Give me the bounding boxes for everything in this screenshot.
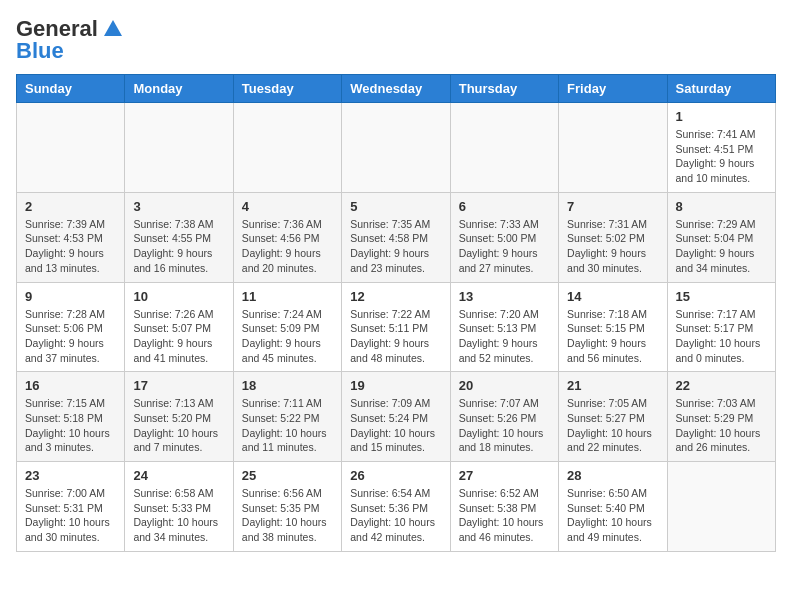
weekday-header-monday: Monday bbox=[125, 75, 233, 103]
day-number: 27 bbox=[459, 468, 550, 483]
week-row-1: 1Sunrise: 7:41 AMSunset: 4:51 PMDaylight… bbox=[17, 103, 776, 193]
day-number: 13 bbox=[459, 289, 550, 304]
day-info: Sunrise: 7:11 AMSunset: 5:22 PMDaylight:… bbox=[242, 396, 333, 455]
day-number: 23 bbox=[25, 468, 116, 483]
day-number: 6 bbox=[459, 199, 550, 214]
week-row-3: 9Sunrise: 7:28 AMSunset: 5:06 PMDaylight… bbox=[17, 282, 776, 372]
calendar-cell bbox=[667, 462, 775, 552]
calendar-cell: 18Sunrise: 7:11 AMSunset: 5:22 PMDayligh… bbox=[233, 372, 341, 462]
calendar-cell: 8Sunrise: 7:29 AMSunset: 5:04 PMDaylight… bbox=[667, 192, 775, 282]
day-info: Sunrise: 7:36 AMSunset: 4:56 PMDaylight:… bbox=[242, 217, 333, 276]
day-number: 8 bbox=[676, 199, 767, 214]
calendar-cell: 28Sunrise: 6:50 AMSunset: 5:40 PMDayligh… bbox=[559, 462, 667, 552]
day-number: 16 bbox=[25, 378, 116, 393]
day-info: Sunrise: 7:39 AMSunset: 4:53 PMDaylight:… bbox=[25, 217, 116, 276]
logo: General Blue bbox=[16, 16, 124, 64]
calendar-cell: 24Sunrise: 6:58 AMSunset: 5:33 PMDayligh… bbox=[125, 462, 233, 552]
day-info: Sunrise: 7:35 AMSunset: 4:58 PMDaylight:… bbox=[350, 217, 441, 276]
day-info: Sunrise: 7:20 AMSunset: 5:13 PMDaylight:… bbox=[459, 307, 550, 366]
calendar-cell bbox=[233, 103, 341, 193]
day-info: Sunrise: 7:29 AMSunset: 5:04 PMDaylight:… bbox=[676, 217, 767, 276]
day-number: 3 bbox=[133, 199, 224, 214]
calendar-cell: 25Sunrise: 6:56 AMSunset: 5:35 PMDayligh… bbox=[233, 462, 341, 552]
day-info: Sunrise: 7:00 AMSunset: 5:31 PMDaylight:… bbox=[25, 486, 116, 545]
day-number: 28 bbox=[567, 468, 658, 483]
day-info: Sunrise: 7:31 AMSunset: 5:02 PMDaylight:… bbox=[567, 217, 658, 276]
calendar-cell: 10Sunrise: 7:26 AMSunset: 5:07 PMDayligh… bbox=[125, 282, 233, 372]
day-number: 7 bbox=[567, 199, 658, 214]
day-info: Sunrise: 7:41 AMSunset: 4:51 PMDaylight:… bbox=[676, 127, 767, 186]
calendar-cell bbox=[125, 103, 233, 193]
calendar-cell: 14Sunrise: 7:18 AMSunset: 5:15 PMDayligh… bbox=[559, 282, 667, 372]
weekday-header-row: SundayMondayTuesdayWednesdayThursdayFrid… bbox=[17, 75, 776, 103]
day-info: Sunrise: 7:22 AMSunset: 5:11 PMDaylight:… bbox=[350, 307, 441, 366]
calendar-cell: 21Sunrise: 7:05 AMSunset: 5:27 PMDayligh… bbox=[559, 372, 667, 462]
day-number: 17 bbox=[133, 378, 224, 393]
calendar-cell: 19Sunrise: 7:09 AMSunset: 5:24 PMDayligh… bbox=[342, 372, 450, 462]
calendar-cell: 20Sunrise: 7:07 AMSunset: 5:26 PMDayligh… bbox=[450, 372, 558, 462]
day-info: Sunrise: 7:07 AMSunset: 5:26 PMDaylight:… bbox=[459, 396, 550, 455]
calendar-cell: 5Sunrise: 7:35 AMSunset: 4:58 PMDaylight… bbox=[342, 192, 450, 282]
calendar-cell bbox=[17, 103, 125, 193]
day-number: 20 bbox=[459, 378, 550, 393]
calendar-cell: 2Sunrise: 7:39 AMSunset: 4:53 PMDaylight… bbox=[17, 192, 125, 282]
week-row-5: 23Sunrise: 7:00 AMSunset: 5:31 PMDayligh… bbox=[17, 462, 776, 552]
day-info: Sunrise: 7:28 AMSunset: 5:06 PMDaylight:… bbox=[25, 307, 116, 366]
day-number: 26 bbox=[350, 468, 441, 483]
calendar-cell: 11Sunrise: 7:24 AMSunset: 5:09 PMDayligh… bbox=[233, 282, 341, 372]
logo-icon bbox=[102, 18, 124, 40]
day-info: Sunrise: 7:26 AMSunset: 5:07 PMDaylight:… bbox=[133, 307, 224, 366]
day-number: 9 bbox=[25, 289, 116, 304]
day-number: 2 bbox=[25, 199, 116, 214]
weekday-header-sunday: Sunday bbox=[17, 75, 125, 103]
day-number: 21 bbox=[567, 378, 658, 393]
day-info: Sunrise: 7:38 AMSunset: 4:55 PMDaylight:… bbox=[133, 217, 224, 276]
calendar-table: SundayMondayTuesdayWednesdayThursdayFrid… bbox=[16, 74, 776, 552]
day-info: Sunrise: 7:09 AMSunset: 5:24 PMDaylight:… bbox=[350, 396, 441, 455]
calendar-cell bbox=[559, 103, 667, 193]
day-info: Sunrise: 7:33 AMSunset: 5:00 PMDaylight:… bbox=[459, 217, 550, 276]
day-info: Sunrise: 7:05 AMSunset: 5:27 PMDaylight:… bbox=[567, 396, 658, 455]
day-number: 15 bbox=[676, 289, 767, 304]
svg-marker-0 bbox=[104, 20, 122, 36]
day-number: 12 bbox=[350, 289, 441, 304]
calendar-cell: 23Sunrise: 7:00 AMSunset: 5:31 PMDayligh… bbox=[17, 462, 125, 552]
calendar-cell: 15Sunrise: 7:17 AMSunset: 5:17 PMDayligh… bbox=[667, 282, 775, 372]
day-number: 18 bbox=[242, 378, 333, 393]
page-header: General Blue bbox=[16, 16, 776, 64]
day-info: Sunrise: 7:24 AMSunset: 5:09 PMDaylight:… bbox=[242, 307, 333, 366]
day-number: 24 bbox=[133, 468, 224, 483]
weekday-header-tuesday: Tuesday bbox=[233, 75, 341, 103]
day-number: 14 bbox=[567, 289, 658, 304]
day-number: 19 bbox=[350, 378, 441, 393]
day-info: Sunrise: 7:18 AMSunset: 5:15 PMDaylight:… bbox=[567, 307, 658, 366]
calendar-cell: 16Sunrise: 7:15 AMSunset: 5:18 PMDayligh… bbox=[17, 372, 125, 462]
day-number: 4 bbox=[242, 199, 333, 214]
week-row-4: 16Sunrise: 7:15 AMSunset: 5:18 PMDayligh… bbox=[17, 372, 776, 462]
day-info: Sunrise: 7:17 AMSunset: 5:17 PMDaylight:… bbox=[676, 307, 767, 366]
day-number: 1 bbox=[676, 109, 767, 124]
weekday-header-friday: Friday bbox=[559, 75, 667, 103]
logo-blue: Blue bbox=[16, 38, 64, 64]
day-info: Sunrise: 6:54 AMSunset: 5:36 PMDaylight:… bbox=[350, 486, 441, 545]
day-info: Sunrise: 7:03 AMSunset: 5:29 PMDaylight:… bbox=[676, 396, 767, 455]
week-row-2: 2Sunrise: 7:39 AMSunset: 4:53 PMDaylight… bbox=[17, 192, 776, 282]
calendar-cell: 4Sunrise: 7:36 AMSunset: 4:56 PMDaylight… bbox=[233, 192, 341, 282]
day-info: Sunrise: 7:13 AMSunset: 5:20 PMDaylight:… bbox=[133, 396, 224, 455]
calendar-cell: 27Sunrise: 6:52 AMSunset: 5:38 PMDayligh… bbox=[450, 462, 558, 552]
calendar-cell: 17Sunrise: 7:13 AMSunset: 5:20 PMDayligh… bbox=[125, 372, 233, 462]
calendar-cell: 7Sunrise: 7:31 AMSunset: 5:02 PMDaylight… bbox=[559, 192, 667, 282]
day-number: 5 bbox=[350, 199, 441, 214]
calendar-cell: 6Sunrise: 7:33 AMSunset: 5:00 PMDaylight… bbox=[450, 192, 558, 282]
day-number: 25 bbox=[242, 468, 333, 483]
calendar-cell: 3Sunrise: 7:38 AMSunset: 4:55 PMDaylight… bbox=[125, 192, 233, 282]
calendar-cell bbox=[450, 103, 558, 193]
day-number: 10 bbox=[133, 289, 224, 304]
calendar-cell: 13Sunrise: 7:20 AMSunset: 5:13 PMDayligh… bbox=[450, 282, 558, 372]
calendar-cell: 26Sunrise: 6:54 AMSunset: 5:36 PMDayligh… bbox=[342, 462, 450, 552]
weekday-header-wednesday: Wednesday bbox=[342, 75, 450, 103]
day-info: Sunrise: 6:52 AMSunset: 5:38 PMDaylight:… bbox=[459, 486, 550, 545]
calendar-cell: 9Sunrise: 7:28 AMSunset: 5:06 PMDaylight… bbox=[17, 282, 125, 372]
day-info: Sunrise: 7:15 AMSunset: 5:18 PMDaylight:… bbox=[25, 396, 116, 455]
calendar-cell: 12Sunrise: 7:22 AMSunset: 5:11 PMDayligh… bbox=[342, 282, 450, 372]
